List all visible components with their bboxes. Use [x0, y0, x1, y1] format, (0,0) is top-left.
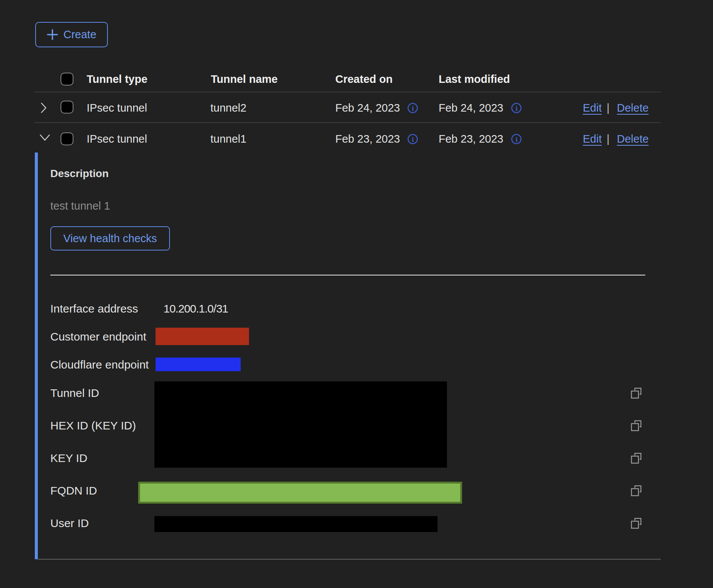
svg-text:i: i	[412, 135, 414, 143]
svg-text:i: i	[515, 104, 517, 112]
svg-text:i: i	[412, 104, 414, 112]
svg-text:i: i	[515, 135, 517, 143]
